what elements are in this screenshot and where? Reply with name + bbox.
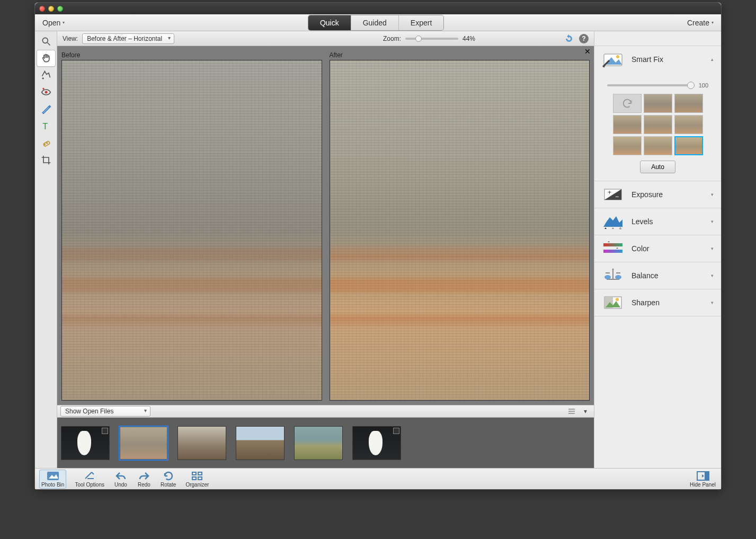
svg-point-2: [42, 78, 43, 79]
levels-label: Levels: [632, 217, 653, 226]
svg-point-6: [44, 144, 45, 145]
hand-tool[interactable]: [37, 50, 55, 66]
svg-line-1: [47, 43, 50, 46]
tab-quick[interactable]: Quick: [308, 15, 351, 30]
after-label: After: [330, 50, 590, 60]
adjustment-balance: Balance ▾: [594, 262, 721, 289]
sharpen-icon: [602, 293, 624, 312]
redo-button[interactable]: Redo: [136, 471, 152, 488]
balance-header[interactable]: Balance ▾: [594, 262, 721, 289]
smart-fix-preset-cell[interactable]: [674, 94, 703, 113]
document-area: ✕ Before After Show Open Files ▾: [57, 46, 594, 468]
color-header[interactable]: Color ▾: [594, 235, 721, 262]
center-column: View: Before & After – Horizontal Zoom: …: [57, 31, 594, 468]
smart-fix-preset-cell[interactable]: [644, 136, 672, 155]
rotate-button[interactable]: Rotate: [159, 471, 177, 488]
exposure-label: Exposure: [632, 190, 663, 199]
bin-thumb[interactable]: [295, 427, 342, 460]
svg-point-23: [604, 275, 611, 279]
smart-fix-slider[interactable]: [607, 84, 695, 86]
crop-tool[interactable]: [37, 152, 55, 168]
adjustment-color: Color ▾: [594, 235, 721, 262]
bin-thumb[interactable]: [61, 427, 109, 460]
exposure-icon: +−: [602, 185, 624, 204]
bottom-bar: Photo Bin Tool Options Undo Redo Rotate …: [35, 468, 721, 489]
chevron-down-icon: ▾: [711, 219, 714, 224]
spot-healing-tool[interactable]: [37, 135, 55, 151]
after-image[interactable]: [330, 60, 590, 401]
smart-fix-preset-cell[interactable]: [613, 136, 642, 155]
redeye-tool[interactable]: [37, 84, 55, 100]
chevron-down-icon: ▾: [711, 20, 714, 25]
create-menu[interactable]: Create ▾: [684, 16, 717, 29]
organizer-button[interactable]: Organizer: [184, 471, 210, 488]
organizer-label: Organizer: [185, 482, 209, 488]
before-image[interactable]: [61, 60, 322, 401]
svg-marker-21: [608, 241, 610, 242]
rotate-ccw-button[interactable]: [563, 33, 575, 44]
hide-panel-label: Hide Panel: [690, 482, 716, 488]
sharpen-label: Sharpen: [632, 298, 660, 307]
quick-selection-tool[interactable]: [37, 67, 55, 83]
sharpen-header[interactable]: Sharpen ▾: [594, 289, 721, 316]
hide-panel-button[interactable]: Hide Panel: [689, 471, 717, 488]
rotate-label: Rotate: [161, 482, 176, 488]
svg-marker-17: [612, 227, 614, 229]
smart-fix-preset-cell[interactable]: [644, 94, 672, 113]
svg-marker-18: [619, 227, 621, 229]
smart-fix-auto-button[interactable]: Auto: [640, 161, 675, 173]
chevron-down-icon: ▾: [63, 20, 65, 25]
document-close-button[interactable]: ✕: [584, 47, 591, 56]
levels-header[interactable]: Levels ▾: [594, 208, 721, 235]
bin-collapse-icon[interactable]: ▾: [580, 407, 591, 416]
svg-text:T: T: [42, 121, 48, 131]
zoom-slider[interactable]: [405, 38, 458, 40]
window-titlebar[interactable]: [35, 3, 721, 14]
chevron-down-icon: ▾: [711, 273, 714, 278]
smart-fix-label: Smart Fix: [632, 55, 663, 64]
smart-fix-preset-cell[interactable]: [674, 136, 703, 155]
svg-rect-37: [705, 472, 709, 480]
smart-fix-preset-cell[interactable]: [644, 115, 672, 134]
svg-point-29: [616, 298, 619, 301]
tool-options-label: Tool Options: [75, 482, 104, 488]
minimize-icon[interactable]: [48, 6, 54, 12]
balance-icon: [602, 266, 624, 285]
photo-bin: [57, 418, 594, 468]
photo-bin-toggle[interactable]: Photo Bin: [39, 470, 66, 489]
chevron-down-icon: ▾: [711, 300, 714, 305]
photo-bin-bar: Show Open Files ▾: [57, 405, 594, 418]
color-label: Color: [632, 244, 649, 253]
exposure-header[interactable]: +− Exposure ▾: [594, 181, 721, 208]
smart-fix-preset-cell[interactable]: [613, 115, 642, 134]
bin-menu-icon[interactable]: [566, 407, 577, 416]
tab-guided[interactable]: Guided: [351, 15, 398, 30]
whiten-teeth-tool[interactable]: [37, 101, 55, 117]
zoom-icon[interactable]: [57, 6, 63, 12]
close-icon[interactable]: [39, 6, 45, 12]
zoom-tool[interactable]: [37, 33, 55, 49]
svg-point-0: [42, 38, 48, 43]
help-icon[interactable]: ?: [579, 34, 589, 43]
mode-tabs: Quick Guided Expert: [308, 15, 443, 30]
bin-thumb[interactable]: [178, 427, 226, 460]
bin-thumb[interactable]: [353, 427, 401, 460]
bin-thumb[interactable]: [236, 427, 284, 460]
menubar: Open ▾ Quick Guided Expert Create ▾: [35, 14, 721, 31]
tool-options-toggle[interactable]: Tool Options: [74, 471, 105, 488]
smart-fix-preset-cell[interactable]: [674, 115, 703, 134]
bin-filter-select[interactable]: Show Open Files: [60, 406, 150, 417]
bin-thumb[interactable]: [120, 427, 167, 460]
undo-button[interactable]: Undo: [113, 471, 129, 488]
smart-fix-slider-value: 100: [699, 82, 708, 89]
color-icon: [602, 239, 624, 258]
svg-rect-35: [198, 477, 202, 480]
view-select[interactable]: Before & After – Horizontal: [82, 33, 174, 44]
type-tool[interactable]: T: [37, 118, 55, 134]
smart-fix-reset-cell[interactable]: [613, 94, 642, 113]
smart-fix-header[interactable]: Smart Fix ▴: [594, 46, 721, 73]
tab-expert[interactable]: Expert: [398, 15, 443, 30]
svg-rect-33: [198, 472, 202, 475]
window-controls: [39, 6, 63, 12]
open-menu[interactable]: Open ▾: [39, 16, 68, 29]
